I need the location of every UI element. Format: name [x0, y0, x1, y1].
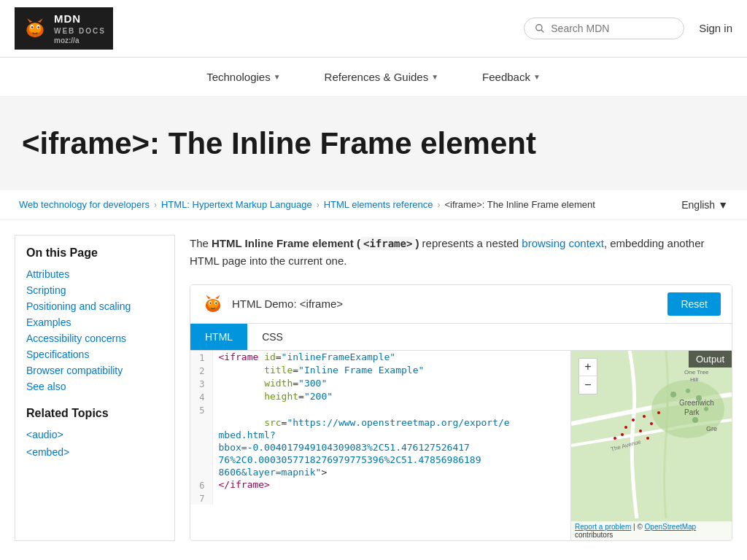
search-bar[interactable]	[524, 18, 684, 39]
report-problem-link[interactable]: Report a problem	[575, 523, 631, 531]
line-number	[190, 429, 212, 441]
code-line: 7	[190, 491, 570, 505]
svg-point-7	[38, 26, 39, 28]
sidebar-item-specifications[interactable]: Specifications	[26, 349, 89, 360]
language-selector[interactable]: English ▼	[681, 199, 728, 211]
search-input[interactable]	[551, 23, 673, 34]
sidebar-item-positioning[interactable]: Positioning and scaling	[26, 300, 131, 312]
svg-line-9	[541, 30, 543, 32]
list-item: Examples	[26, 316, 163, 328]
svg-point-33	[632, 419, 635, 421]
sidebar-item-examples[interactable]: Examples	[26, 316, 71, 328]
output-label: Output	[689, 351, 732, 368]
code-content: bbox=-0.004017949104309083%2C51.47612752…	[212, 441, 570, 454]
related-topics-list: <audio> <embed>	[26, 429, 163, 458]
svg-text:Park: Park	[684, 408, 700, 416]
breadcrumb-html[interactable]: HTML: Hypertext Markup Language	[161, 199, 312, 210]
related-topics-heading: Related Topics	[26, 407, 163, 420]
sidebar-item-scripting[interactable]: Scripting	[26, 284, 66, 296]
code-content	[212, 403, 570, 416]
code-content: 8606&layer=mapnik">	[212, 466, 570, 478]
map-attribution: Report a problem | © OpenStreetMap contr…	[571, 521, 732, 540]
svg-point-11	[207, 299, 218, 308]
svg-point-1	[28, 23, 41, 34]
svg-point-23	[686, 389, 690, 393]
svg-point-26	[692, 417, 698, 423]
line-number: 2	[190, 364, 212, 377]
sign-in-button[interactable]: Sign in	[699, 22, 732, 34]
list-item: Specifications	[26, 349, 163, 360]
list-item: <audio>	[26, 429, 163, 440]
nav-feedback[interactable]: Feedback ▼	[482, 71, 541, 83]
svg-point-8	[536, 24, 542, 30]
map-zoom-in-button[interactable]: +	[579, 359, 597, 376]
svg-point-30	[650, 422, 653, 425]
breadcrumb-sep-2: ›	[317, 200, 320, 210]
svg-marker-2	[27, 18, 32, 23]
map-controls: + −	[578, 358, 597, 394]
svg-point-22	[670, 392, 676, 397]
intro-paragraph: The HTML Inline Frame element (<iframe>)…	[190, 235, 732, 270]
svg-text:Gre: Gre	[706, 425, 717, 432]
code-line: 8606&layer=mapnik">	[190, 466, 570, 478]
sidebar-item-attributes[interactable]: Attributes	[26, 268, 69, 280]
related-embed[interactable]: <embed>	[26, 446, 69, 458]
breadcrumb-current: <iframe>: The Inline Frame element	[444, 199, 595, 210]
svg-point-17	[215, 302, 217, 304]
related-topics-section: Related Topics <audio> <embed>	[26, 407, 163, 458]
sidebar-item-see-also[interactable]: See also	[26, 381, 66, 392]
sidebar-item-browser-compat[interactable]: Browser compatibility	[26, 365, 123, 376]
svg-point-32	[657, 411, 660, 414]
tab-html[interactable]: HTML	[190, 324, 247, 350]
demo-tabs: HTML CSS	[190, 324, 732, 351]
breadcrumb-elements-ref[interactable]: HTML elements reference	[324, 199, 433, 210]
list-item: Scripting	[26, 284, 163, 296]
breadcrumb-web-tech[interactable]: Web technology for developers	[19, 199, 150, 210]
browsing-context-link[interactable]: browsing context	[522, 237, 604, 249]
svg-point-35	[621, 433, 624, 436]
svg-point-29	[643, 415, 646, 418]
code-panel[interactable]: 1 <iframe id="inlineFrameExample" 2 titl…	[190, 351, 571, 540]
svg-text:One Tree: One Tree	[684, 369, 709, 376]
logo-area: MDN web docs moz://a	[15, 7, 113, 50]
code-content: title="Inline Frame Example"	[212, 364, 570, 377]
map-container: Greenwich Park One Tree Hill	[571, 351, 732, 540]
list-item: Positioning and scaling	[26, 300, 163, 312]
nav-references-guides[interactable]: References & Guides ▼	[325, 71, 438, 83]
svg-text:Hill: Hill	[690, 376, 698, 383]
breadcrumb-sep-1: ›	[154, 200, 157, 210]
main-nav: Technologies ▼ References & Guides ▼ Fee…	[0, 58, 747, 97]
webdocs-label: web docs	[54, 26, 106, 36]
line-number: 3	[190, 377, 212, 390]
attribution-sep: | ©	[633, 523, 643, 531]
svg-marker-12	[206, 295, 210, 298]
map-zoom-out-button[interactable]: −	[579, 376, 597, 394]
svg-point-6	[31, 26, 33, 28]
logo-text: MDN web docs moz://a	[54, 12, 106, 45]
reset-button[interactable]: Reset	[667, 292, 721, 316]
iframe-tag-code: <iframe>	[360, 237, 415, 250]
mdn-label: MDN	[54, 12, 106, 26]
contributors-text: contributors	[575, 531, 613, 539]
language-arrow-icon: ▼	[718, 199, 728, 211]
tab-css[interactable]: CSS	[247, 324, 298, 350]
related-audio[interactable]: <audio>	[26, 429, 63, 440]
code-content	[212, 491, 570, 505]
openstreetmap-link[interactable]: OpenStreetMap	[645, 523, 697, 531]
code-content: </iframe>	[212, 478, 570, 491]
demo-mascot-icon	[201, 292, 225, 316]
line-number	[190, 454, 212, 466]
on-this-page-heading: On this Page	[26, 246, 163, 260]
intro-bold: HTML Inline Frame element (<iframe>)	[212, 237, 419, 249]
svg-point-16	[210, 302, 212, 304]
svg-point-34	[624, 426, 627, 429]
on-this-page-section: On this Page Attributes Scripting Positi…	[26, 246, 163, 392]
sidebar-item-accessibility[interactable]: Accessibility concerns	[26, 332, 126, 344]
demo-title: HTML Demo: <iframe>	[232, 298, 343, 310]
main-content: The HTML Inline Frame element (<iframe>)…	[190, 235, 732, 541]
code-line: mbed.html?	[190, 429, 570, 441]
logo[interactable]: MDN web docs moz://a	[15, 7, 113, 50]
line-number	[190, 441, 212, 454]
code-content: src="https://www.openstreetmap.org/expor…	[212, 416, 570, 429]
nav-technologies[interactable]: Technologies ▼	[206, 71, 280, 83]
